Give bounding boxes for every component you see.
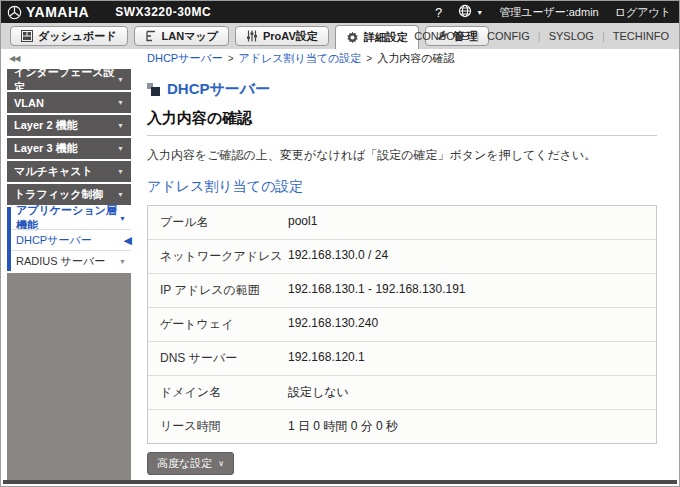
page-title: DHCPサーバー xyxy=(147,80,657,99)
table-row: ネットワークアドレス 192.168.130.0 / 24 xyxy=(148,239,656,273)
sidebar-item-label: VLAN xyxy=(14,97,44,109)
sidebar-item-label: マルチキャスト xyxy=(14,164,93,179)
sidebar-item-label: トラフィック制御 xyxy=(14,187,104,202)
divider: | xyxy=(404,30,407,42)
chevron-down-icon: ∨ xyxy=(218,459,224,468)
link-techinfo[interactable]: TECHINFO xyxy=(613,30,669,42)
settings-summary-table: プール名 pool1 ネットワークアドレス 192.168.130.0 / 24… xyxy=(147,205,657,444)
row-value: pool1 xyxy=(288,206,656,239)
active-page-arrow-icon: ◀ xyxy=(124,234,132,247)
brand-text: YAMAHA xyxy=(26,4,89,20)
row-label: IP アドレスの範囲 xyxy=(148,274,288,307)
table-row: DNS サーバー 192.168.120.1 xyxy=(148,341,656,375)
sidebar-item-layer2[interactable]: Layer 2 機能 ▼ xyxy=(7,115,131,136)
yamaha-logo: YAMAHA xyxy=(7,4,89,20)
device-model: SWX3220-30MC xyxy=(115,5,211,19)
subsection-title: アドレス割り当ての設定 xyxy=(147,178,657,196)
sliders-icon xyxy=(246,30,258,42)
sidebar-item-label: インターフェース設定 xyxy=(14,65,117,95)
chevron-down-icon: ▼ xyxy=(119,258,126,265)
tab-lanmap[interactable]: LANマップ xyxy=(134,26,229,46)
chevron-down-icon: ▼ xyxy=(476,9,483,16)
divider: | xyxy=(476,30,479,42)
logged-in-user: 管理ユーザー:admin xyxy=(499,5,599,20)
advanced-settings-button[interactable]: 高度な設定 ∨ xyxy=(147,452,234,475)
sidebar-item-layer3[interactable]: Layer 3 機能 ▼ xyxy=(7,138,131,159)
sidebar-subitem-label: DHCPサーバー xyxy=(16,233,92,248)
sidebar-item-interface[interactable]: インターフェース設定 ▼ xyxy=(7,69,131,90)
row-value: 192.168.130.1 - 192.168.130.191 xyxy=(288,274,656,307)
bottom-border-strip xyxy=(3,480,677,484)
breadcrumb: DHCPサーバー > アドレス割り当ての設定 > 入力内容の確認 xyxy=(147,51,454,66)
page-title-squares-icon xyxy=(147,83,160,96)
row-label: ゲートウェイ xyxy=(148,308,288,341)
chevron-down-icon: ▼ xyxy=(117,145,124,152)
chevron-down-icon: ▼ xyxy=(117,122,124,129)
gear-icon xyxy=(346,31,359,44)
sidebar-group-application-layer: アプリケーション層機能 ▼ DHCPサーバー ◀ RADIUS サーバー ▼ xyxy=(7,207,131,271)
page-title-text: DHCPサーバー xyxy=(167,80,270,99)
sidebar-nav: インターフェース設定 ▼ VLAN ▼ Layer 2 機能 ▼ Layer 3… xyxy=(1,67,133,480)
sidebar-item-radius-server[interactable]: RADIUS サーバー ▼ xyxy=(11,250,131,271)
row-value: 1 日 0 時間 0 分 0 秒 xyxy=(288,410,656,443)
breadcrumb-current: 入力内容の確認 xyxy=(377,51,454,66)
tab-proav[interactable]: ProAV設定 xyxy=(235,26,329,46)
sidebar-item-traffic[interactable]: トラフィック制御 ▼ xyxy=(7,184,131,205)
section-title: 入力内容の確認 xyxy=(147,109,657,136)
sidebar-item-dhcp-server[interactable]: DHCPサーバー ◀ xyxy=(11,229,131,250)
app-window: YAMAHA SWX3220-30MC ? ▼ 管理ユーザー:admin ログア… xyxy=(0,0,680,487)
help-icon[interactable]: ? xyxy=(435,5,442,20)
tab-dashboard[interactable]: ダッシュボード xyxy=(10,26,128,46)
confirmation-description: 入力内容をご確認の上、変更がなければ「設定の確定」ボタンを押してください。 xyxy=(147,147,657,164)
globe-icon xyxy=(458,4,472,20)
table-row: IP アドレスの範囲 192.168.130.1 - 192.168.130.1… xyxy=(148,273,656,307)
link-syslog[interactable]: SYSLOG xyxy=(549,30,594,42)
breadcrumb-separator: > xyxy=(228,53,234,64)
row-value: 設定しない xyxy=(288,376,656,409)
tab-label: LANマップ xyxy=(162,29,218,44)
row-label: DNS サーバー xyxy=(148,342,288,375)
tab-label: 詳細設定 xyxy=(364,30,408,45)
row-label: リース時間 xyxy=(148,410,288,443)
sidebar-subitem-label: RADIUS サーバー xyxy=(16,254,105,269)
main-content: DHCPサーバー 入力内容の確認 入力内容をご確認の上、変更がなければ「設定の確… xyxy=(147,67,657,480)
lanmap-icon xyxy=(145,30,157,42)
chevron-down-icon: ▼ xyxy=(117,191,124,198)
row-label: プール名 xyxy=(148,206,288,239)
table-row: リース時間 1 日 0 時間 0 分 0 秒 xyxy=(148,409,656,443)
top-header: YAMAHA SWX3220-30MC ? ▼ 管理ユーザー:admin ログア… xyxy=(1,1,679,23)
logout-link[interactable]: ログアウト xyxy=(615,5,671,20)
sidebar-item-vlan[interactable]: VLAN ▼ xyxy=(7,92,131,113)
breadcrumb-separator: > xyxy=(366,53,372,64)
chevron-down-icon: ▼ xyxy=(119,215,126,222)
tab-label: ProAV設定 xyxy=(263,29,318,44)
language-selector[interactable]: ▼ xyxy=(458,4,483,20)
row-value: 192.168.120.1 xyxy=(288,342,656,375)
row-label: ネットワークアドレス xyxy=(148,240,288,273)
table-row: ゲートウェイ 192.168.130.240 xyxy=(148,307,656,341)
divider: | xyxy=(538,30,541,42)
row-value: 192.168.130.240 xyxy=(288,308,656,341)
dashboard-icon xyxy=(21,30,33,42)
divider: | xyxy=(602,30,605,42)
table-row: ドメイン名 設定しない xyxy=(148,375,656,409)
chevron-down-icon: ▼ xyxy=(117,168,124,175)
tab-label: ダッシュボード xyxy=(38,29,117,44)
sidebar-item-label: Layer 3 機能 xyxy=(14,141,78,156)
breadcrumb-link-address[interactable]: アドレス割り当ての設定 xyxy=(239,51,362,66)
chevron-down-icon: ▼ xyxy=(117,99,124,106)
link-console[interactable]: CONSOLE xyxy=(414,30,468,42)
sidebar-item-multicast[interactable]: マルチキャスト ▼ xyxy=(7,161,131,182)
sidebar-item-application-layer[interactable]: アプリケーション層機能 ▼ xyxy=(11,207,131,229)
quick-links: | CONSOLE | CONFIG | SYSLOG | TECHINFO xyxy=(404,23,670,49)
sidebar-collapse-icon[interactable]: ◀◀ xyxy=(1,54,133,63)
table-row: プール名 pool1 xyxy=(148,206,656,239)
advanced-settings-label: 高度な設定 xyxy=(157,456,212,471)
breadcrumb-link-dhcp[interactable]: DHCPサーバー xyxy=(147,51,223,66)
chevron-down-icon: ▼ xyxy=(117,76,124,83)
sidebar-item-label: Layer 2 機能 xyxy=(14,118,78,133)
link-config[interactable]: CONFIG xyxy=(487,30,530,42)
yamaha-tuningfork-icon xyxy=(7,5,22,20)
main-nav-tabbar: ダッシュボード LANマップ ProAV設定 詳細設定 管 理 | CONSOL… xyxy=(1,23,679,49)
sidebar-filler xyxy=(7,273,131,480)
